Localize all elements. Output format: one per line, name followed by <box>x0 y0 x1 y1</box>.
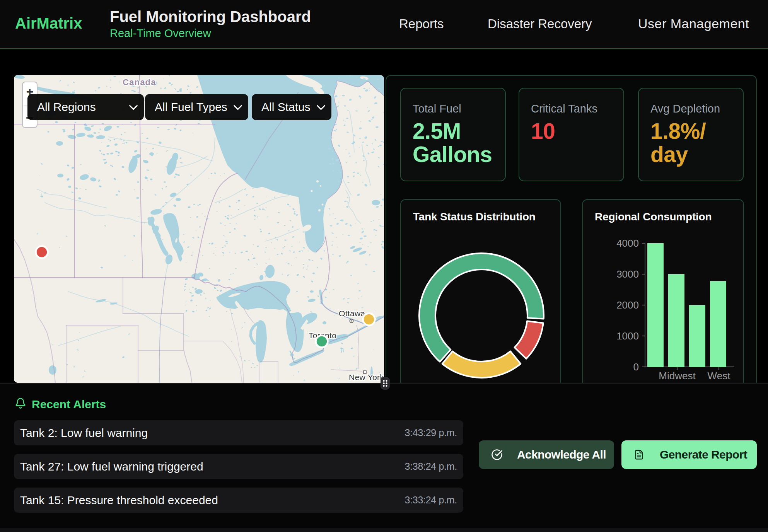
svg-text:3000: 3000 <box>616 268 639 280</box>
svg-text:Midwest: Midwest <box>659 370 696 382</box>
svg-text:West: West <box>708 370 731 382</box>
svg-text:4000: 4000 <box>616 237 639 249</box>
svg-text:New York: New York <box>349 373 384 382</box>
svg-text:0: 0 <box>633 361 639 373</box>
svg-text:Canada: Canada <box>123 77 156 87</box>
svg-text:1000: 1000 <box>616 330 639 342</box>
svg-text:2000: 2000 <box>616 299 639 311</box>
svg-text:Ottawa: Ottawa <box>339 309 365 318</box>
